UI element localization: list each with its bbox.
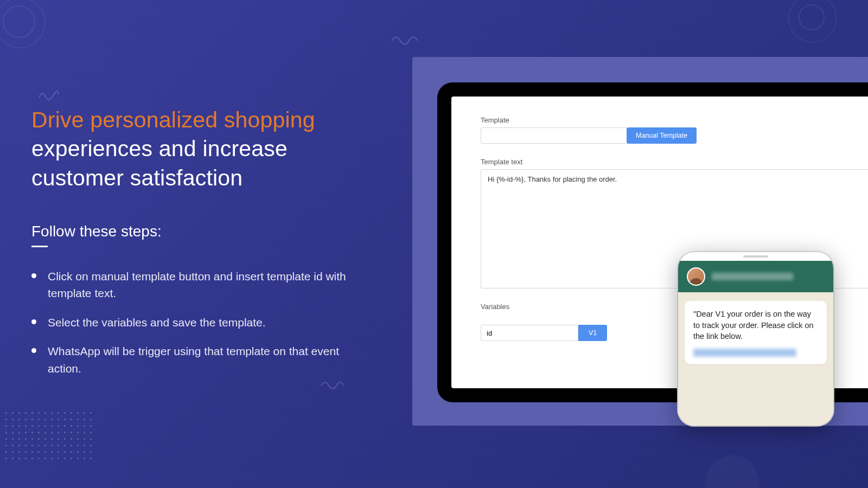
message-bubble: "Dear V1 your order is on the way to tra… — [685, 301, 827, 364]
template-text-value: Hi {%-id-%}, Thanks for placing the orde… — [488, 175, 617, 183]
template-input[interactable] — [481, 127, 627, 144]
template-text-label: Template text — [481, 158, 868, 166]
steps-list: Click on manual template button and inse… — [31, 268, 368, 377]
chat-body: "Dear V1 your order is on the way to tra… — [678, 292, 833, 426]
decoration-circle — [705, 455, 760, 488]
headline-rest: experiences and increase customer satisf… — [31, 136, 288, 190]
preview-panel: Template Manual Template Template text H… — [412, 57, 868, 426]
variable-input[interactable] — [481, 325, 578, 341]
chat-header — [678, 261, 833, 292]
phone-frame: "Dear V1 your order is on the way to tra… — [678, 252, 833, 426]
title-underline — [31, 246, 48, 247]
phone-notch — [743, 255, 768, 258]
message-text: "Dear V1 your order is on the way to tra… — [693, 309, 818, 342]
headline-accent: Drive personalized shopping — [31, 107, 315, 132]
contact-name-blurred — [712, 273, 793, 280]
decoration-squiggle — [391, 33, 423, 51]
manual-template-button[interactable]: Manual Template — [627, 127, 697, 144]
steps-title: Follow these steps: — [31, 223, 368, 240]
step-item: Click on manual template button and inse… — [31, 268, 368, 302]
marketing-copy: Drive personalized shopping experiences … — [31, 106, 368, 389]
decoration-dots — [5, 412, 93, 461]
decoration-squiggle — [38, 87, 60, 105]
step-item: Select the variables and save the templa… — [31, 314, 368, 331]
variable-button[interactable]: V1 — [578, 325, 607, 341]
decoration-circle — [799, 4, 825, 30]
headline: Drive personalized shopping experiences … — [31, 106, 368, 192]
template-row: Manual Template — [481, 127, 868, 144]
decoration-circle — [3, 5, 35, 38]
template-label: Template — [481, 116, 868, 124]
step-item: WhatsApp will be trigger using that temp… — [31, 343, 368, 377]
message-link-blurred — [693, 349, 796, 357]
avatar — [687, 267, 705, 286]
